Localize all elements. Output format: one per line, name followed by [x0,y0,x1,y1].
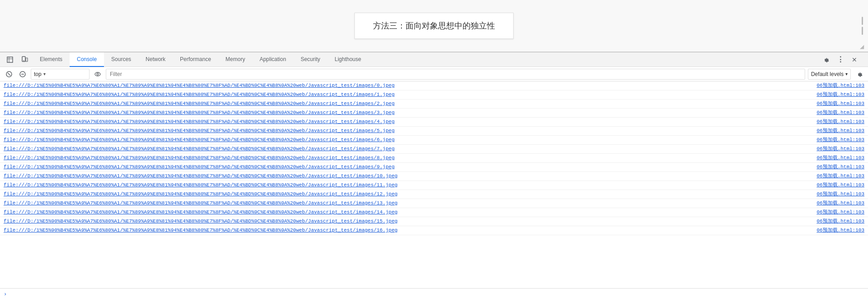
log-source[interactable]: 06预加载.html:103 [809,100,864,107]
close-devtools-button[interactable]: ✕ [848,54,861,66]
log-url[interactable]: file:///D:/1%E5%90%B4%E5%A9%A7%E6%80%A1/… [4,209,809,215]
tab-lighthouse[interactable]: Lighthouse [327,52,368,67]
log-source[interactable]: 06预加载.html:103 [809,209,864,215]
log-url[interactable]: file:///D:/1%E5%90%B4%E5%A9%A7%E6%80%A1/… [4,155,809,161]
context-selector[interactable]: top ▾ [31,69,90,80]
log-level-arrow-icon: ▾ [845,71,848,76]
tab-performance[interactable]: Performance [173,52,218,67]
log-entry: file:///D:/1%E5%90%B4%E5%A9%A7%E6%80%A1/… [0,208,868,217]
close-icon: ✕ [852,56,857,63]
log-entry: file:///D:/1%E5%90%B4%E5%A9%A7%E6%80%A1/… [0,145,868,154]
devtools-top-bar: Elements Console Sources Network Perform… [0,52,868,67]
context-arrow-icon: ▾ [43,71,46,76]
log-area: file:///D:/1%E5%90%B4%E5%A9%A7%E6%80%A1/… [0,81,868,288]
console-bottom-bar: › [0,288,868,299]
log-source[interactable]: 06预加载.html:103 [809,172,864,179]
log-entry: file:///D:/1%E5%90%B4%E5%A9%A7%E6%80%A1/… [0,118,868,127]
more-options-button[interactable]: ⋮ [834,54,846,66]
log-url[interactable]: file:///D:/1%E5%90%B4%E5%A9%A7%E6%80%A1/… [4,83,809,88]
tab-elements[interactable]: Elements [33,52,70,67]
log-url[interactable]: file:///D:/1%E5%90%B4%E5%A9%A7%E6%80%A1/… [4,173,809,179]
log-entry: file:///D:/1%E5%90%B4%E5%A9%A7%E6%80%A1/… [0,136,868,145]
drag-handle-line-1 [862,17,863,25]
log-url[interactable]: file:///D:/1%E5%90%B4%E5%A9%A7%E6%80%A1/… [4,146,809,152]
log-url[interactable]: file:///D:/1%E5%90%B4%E5%A9%A7%E6%80%A1/… [4,191,809,197]
tab-sources[interactable]: Sources [104,52,138,67]
clear-console-button[interactable] [4,69,14,80]
svg-rect-5 [26,58,28,62]
log-entry: file:///D:/1%E5%90%B4%E5%A9%A7%E6%80%A1/… [0,100,868,109]
inspect-element-button[interactable] [4,54,16,66]
device-toggle-button[interactable] [18,54,31,66]
tab-memory[interactable]: Memory [218,52,252,67]
tab-network[interactable]: Network [138,52,173,67]
log-url[interactable]: file:///D:/1%E5%90%B4%E5%A9%A7%E6%80%A1/… [4,164,809,170]
log-entry: file:///D:/1%E5%90%B4%E5%A9%A7%E6%80%A1/… [0,127,868,136]
log-url[interactable]: file:///D:/1%E5%90%B4%E5%A9%A7%E6%80%A1/… [4,218,809,224]
console-toolbar: top ▾ Default levels ▾ [0,67,868,81]
tab-security[interactable]: Security [293,52,327,67]
log-url[interactable]: file:///D:/1%E5%90%B4%E5%A9%A7%E6%80%A1/… [4,119,809,124]
log-source[interactable]: 06预加载.html:103 [809,82,864,89]
drag-handle-line-2 [862,27,863,35]
log-entry: file:///D:/1%E5%90%B4%E5%A9%A7%E6%80%A1/… [0,190,868,199]
log-level-dropdown[interactable]: Default levels ▾ [808,69,851,80]
preserve-log-button[interactable] [17,69,28,80]
preview-title: 方法三：面向对象思想中的独立性 [373,21,495,30]
log-url[interactable]: file:///D:/1%E5%90%B4%E5%A9%A7%E6%80%A1/… [4,137,809,142]
eye-button[interactable] [92,69,103,80]
tab-application[interactable]: Application [252,52,293,67]
log-entry: file:///D:/1%E5%90%B4%E5%A9%A7%E6%80%A1/… [0,172,868,181]
log-level-label: Default levels [811,71,844,77]
log-source[interactable]: 06预加载.html:103 [809,227,864,233]
svg-rect-0 [7,57,13,62]
svg-line-7 [8,73,10,76]
log-source[interactable]: 06预加载.html:103 [809,154,864,161]
log-source[interactable]: 06预加载.html:103 [809,190,864,197]
log-url[interactable]: file:///D:/1%E5%90%B4%E5%A9%A7%E6%80%A1/… [4,128,809,133]
filter-input[interactable] [106,69,805,80]
log-url[interactable]: file:///D:/1%E5%90%B4%E5%A9%A7%E6%80%A1/… [4,110,809,115]
log-entry: file:///D:/1%E5%90%B4%E5%A9%A7%E6%80%A1/… [0,154,868,163]
browser-preview: 方法三：面向对象思想中的独立性 ◢ [0,0,868,52]
log-url[interactable]: file:///D:/1%E5%90%B4%E5%A9%A7%E6%80%A1/… [4,228,809,233]
settings-button[interactable] [819,54,832,66]
log-source[interactable]: 06预加载.html:103 [809,91,864,98]
log-entry: file:///D:/1%E5%90%B4%E5%A9%A7%E6%80%A1/… [0,226,868,235]
svg-point-10 [95,72,100,76]
log-url[interactable]: file:///D:/1%E5%90%B4%E5%A9%A7%E6%80%A1/… [4,101,809,106]
drag-handle[interactable] [861,17,863,35]
log-source[interactable]: 06预加载.html:103 [809,218,864,224]
log-source[interactable]: 06预加载.html:103 [809,136,864,143]
log-source[interactable]: 06预加载.html:103 [809,163,864,170]
devtools-panel: Elements Console Sources Network Perform… [0,52,868,299]
more-options-icon: ⋮ [837,55,844,64]
log-source[interactable]: 06预加载.html:103 [809,127,864,134]
log-entry: file:///D:/1%E5%90%B4%E5%A9%A7%E6%80%A1/… [0,81,868,90]
console-settings-button[interactable] [854,69,864,80]
log-entry: file:///D:/1%E5%90%B4%E5%A9%A7%E6%80%A1/… [0,181,868,190]
log-source[interactable]: 06预加载.html:103 [809,118,864,125]
context-value: top [34,71,42,77]
log-source[interactable]: 06预加载.html:103 [809,181,864,188]
tabs-bar: Elements Console Sources Network Perform… [33,52,817,67]
log-entry: file:///D:/1%E5%90%B4%E5%A9%A7%E6%80%A1/… [0,163,868,172]
log-entry: file:///D:/1%E5%90%B4%E5%A9%A7%E6%80%A1/… [0,217,868,226]
log-entry: file:///D:/1%E5%90%B4%E5%A9%A7%E6%80%A1/… [0,109,868,118]
log-source[interactable]: 06预加载.html:103 [809,109,864,116]
svg-point-11 [97,73,99,75]
resize-corner[interactable]: ◢ [860,43,866,50]
tabs-right-icons: ⋮ ✕ [819,54,864,66]
log-entry: file:///D:/1%E5%90%B4%E5%A9%A7%E6%80%A1/… [0,199,868,208]
log-url[interactable]: file:///D:/1%E5%90%B4%E5%A9%A7%E6%80%A1/… [4,92,809,97]
log-source[interactable]: 06预加载.html:103 [809,145,864,152]
log-url[interactable]: file:///D:/1%E5%90%B4%E5%A9%A7%E6%80%A1/… [4,200,809,206]
tab-console[interactable]: Console [70,52,104,67]
log-entry: file:///D:/1%E5%90%B4%E5%A9%A7%E6%80%A1/… [0,90,868,100]
console-prompt-icon: › [4,291,7,297]
log-url[interactable]: file:///D:/1%E5%90%B4%E5%A9%A7%E6%80%A1/… [4,182,809,188]
log-source[interactable]: 06预加载.html:103 [809,199,864,206]
preview-card: 方法三：面向对象思想中的独立性 [354,13,514,39]
